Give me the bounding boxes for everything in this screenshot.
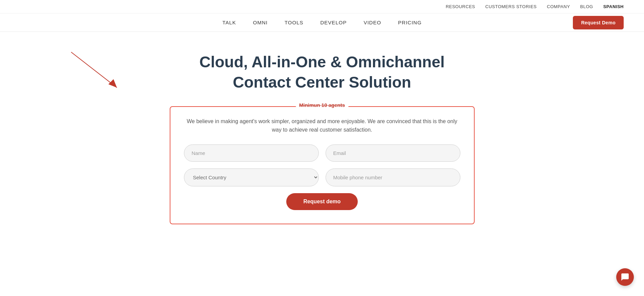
main-nav: TALK OMNI TOOLS DEVELOP VIDEO PRICING Re… <box>0 14 644 32</box>
nav-tools[interactable]: TOOLS <box>285 20 304 25</box>
minimum-label: Minimun 10 agents <box>296 102 348 108</box>
phone-input[interactable] <box>326 168 460 186</box>
hero-title: Cloud, All-in-One & Omnichannel Contact … <box>199 52 444 93</box>
country-select[interactable]: Select Country United States United King… <box>184 168 319 186</box>
nav-develop[interactable]: DEVELOP <box>320 20 347 25</box>
nav-blog[interactable]: BLOG <box>580 4 593 9</box>
request-demo-button[interactable]: Request Demo <box>573 16 624 29</box>
hero-section: Cloud, All-in-One & Omnichannel Contact … <box>0 32 644 231</box>
nav-talk[interactable]: TALK <box>222 20 236 25</box>
form-row-1 <box>184 144 460 162</box>
form-description: We believe in making agent's work simple… <box>184 117 460 134</box>
nav-resources[interactable]: RESOURCES <box>446 4 475 9</box>
submit-button[interactable]: Request demo <box>286 193 357 210</box>
nav-company[interactable]: COMPANY <box>547 4 570 9</box>
form-card: Minimun 10 agents We believe in making a… <box>170 106 475 224</box>
top-nav: RESOURCES CUSTOMERS STORIES COMPANY BLOG… <box>0 0 644 14</box>
form-row-2: Select Country United States United King… <box>184 168 460 186</box>
name-input[interactable] <box>184 144 319 162</box>
nav-pricing[interactable]: PRICING <box>398 20 422 25</box>
nav-video[interactable]: VIDEO <box>363 20 381 25</box>
arrow-decoration <box>68 49 122 94</box>
svg-line-0 <box>71 52 117 88</box>
form-actions: Request demo <box>184 193 460 210</box>
nav-spanish[interactable]: SPANISH <box>603 4 624 9</box>
nav-omni[interactable]: OMNI <box>253 20 268 25</box>
chat-bubble[interactable] <box>616 268 634 286</box>
svg-marker-1 <box>108 79 117 88</box>
nav-customers-stories[interactable]: CUSTOMERS STORIES <box>485 4 537 9</box>
chat-icon <box>621 273 629 281</box>
email-input[interactable] <box>326 144 460 162</box>
